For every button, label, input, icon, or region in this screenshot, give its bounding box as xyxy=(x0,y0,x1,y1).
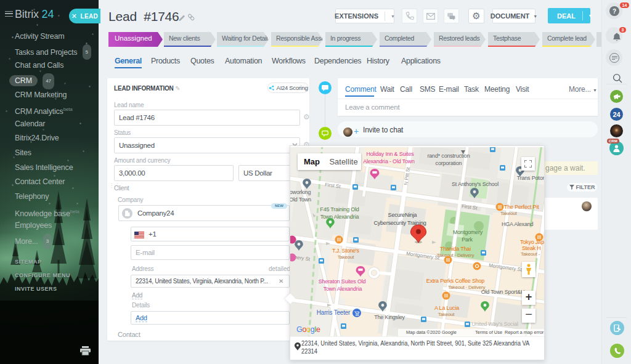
svg-text:Takeout -: Takeout - xyxy=(521,251,540,257)
svg-text:SecureNinja: SecureNinja xyxy=(388,212,417,218)
svg-text:Harris Teeter: Harris Teeter xyxy=(317,309,351,316)
svg-text:Extra Perks Coffee Shop: Extra Perks Coffee Shop xyxy=(426,278,484,284)
svg-text:Takeout · Delivery: Takeout · Delivery xyxy=(437,253,474,258)
svg-text:United Way's Social: United Way's Social xyxy=(471,321,518,327)
svg-text:rand* construction: rand* construction xyxy=(428,153,470,159)
svg-text:oworking: oworking xyxy=(290,189,311,195)
svg-text:Takeout · Delivery: Takeout · Delivery xyxy=(448,285,486,290)
svg-text:Sheraton Suites Old: Sheraton Suites Old xyxy=(319,278,366,285)
svg-text:Report a map error: Report a map error xyxy=(505,330,544,335)
svg-text:Holiday Inn & Suites: Holiday Inn & Suites xyxy=(366,151,414,157)
svg-text:Map data ©2020 Google: Map data ©2020 Google xyxy=(406,330,457,335)
svg-text:corporation: corporation xyxy=(436,160,462,166)
svg-text:Takeout: Takeout xyxy=(338,254,355,260)
svg-text:A La Lucia: A La Lucia xyxy=(434,305,459,311)
svg-text:Steak H: Steak H xyxy=(522,245,541,251)
svg-text:Trans Potor: Trans Potor xyxy=(517,175,544,181)
svg-text:HGA Alexand: HGA Alexand xyxy=(502,221,534,227)
svg-text:The Kingsley: The Kingsley xyxy=(374,314,405,320)
svg-text:Town Alexandria: Town Alexandria xyxy=(324,286,362,292)
svg-text:The Perfect Pit: The Perfect Pit xyxy=(504,204,539,210)
svg-text:Takeout: Takeout xyxy=(438,312,455,317)
svg-text:St Anthony's School: St Anthony's School xyxy=(452,181,499,187)
svg-text:Town Alexandria: Town Alexandria xyxy=(320,214,359,220)
svg-text:Takeout: Takeout xyxy=(500,211,518,216)
svg-text:Terms of Use: Terms of Use xyxy=(475,330,502,335)
svg-text:Old Town Sport&H: Old Town Sport&H xyxy=(481,289,525,295)
svg-text:Park: Park xyxy=(462,237,473,243)
svg-text:Thanida Thai: Thanida Thai xyxy=(440,246,471,252)
svg-text:Montgomery: Montgomery xyxy=(453,229,483,235)
svg-text:Alexandria - Old Town: Alexandria - Old Town xyxy=(363,158,415,164)
svg-text:T.J. Stone's: T.J. Stone's xyxy=(332,248,360,254)
svg-text:Old Town: Old Town xyxy=(290,196,311,203)
svg-text:F45 Training Old: F45 Training Old xyxy=(320,206,359,212)
